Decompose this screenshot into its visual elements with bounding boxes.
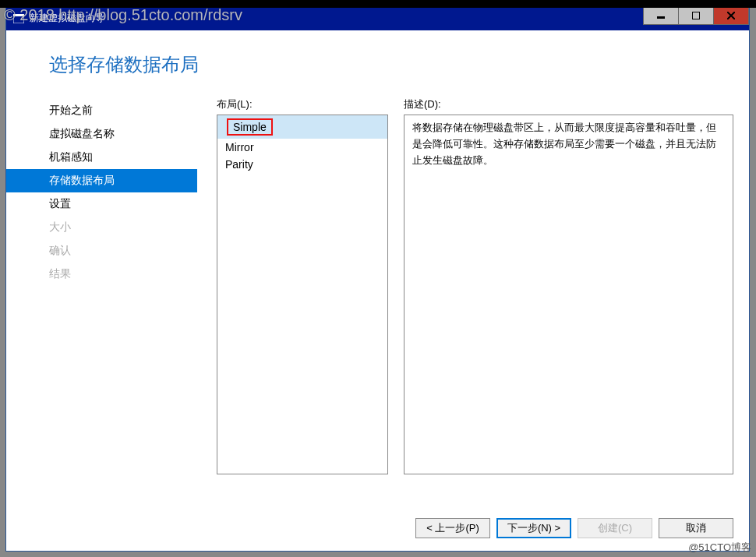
layout-column: 布局(L): Simple Mirror Parity bbox=[217, 97, 388, 507]
step-confirm: 确认 bbox=[6, 239, 197, 263]
titlebar[interactable]: 新建虚拟磁盘向导 bbox=[6, 6, 749, 30]
next-button[interactable]: 下一步(N) > bbox=[496, 518, 571, 538]
previous-button[interactable]: < 上一步(P) bbox=[415, 518, 490, 538]
close-button[interactable] bbox=[713, 6, 749, 25]
layout-option-simple[interactable]: Simple bbox=[217, 115, 387, 139]
window-icon bbox=[12, 12, 25, 25]
button-row: < 上一步(P) 下一步(N) > 创建(C) 取消 bbox=[6, 507, 749, 551]
layout-option-mirror[interactable]: Mirror bbox=[217, 139, 387, 156]
description-label: 描述(D): bbox=[404, 97, 733, 111]
wizard-steps: 开始之前 虚拟磁盘名称 机箱感知 存储数据布局 设置 大小 确认 结果 bbox=[6, 91, 197, 507]
cancel-button[interactable]: 取消 bbox=[659, 518, 733, 538]
svg-rect-1 bbox=[13, 14, 24, 16]
step-storage-layout[interactable]: 存储数据布局 bbox=[6, 169, 197, 192]
step-result: 结果 bbox=[6, 263, 197, 286]
svg-rect-2 bbox=[657, 16, 665, 19]
highlight-annotation: Simple bbox=[227, 118, 273, 136]
cropped-top-bar bbox=[0, 0, 756, 8]
step-size: 大小 bbox=[6, 216, 197, 239]
layout-listbox[interactable]: Simple Mirror Parity bbox=[217, 115, 388, 474]
layout-label: 布局(L): bbox=[217, 97, 388, 111]
page-title: 选择存储数据布局 bbox=[6, 30, 749, 91]
description-column: 描述(D): 将数据存储在物理磁盘带区上，从而最大限度提高容量和吞吐量，但是会降… bbox=[404, 97, 733, 507]
content-row: 开始之前 虚拟磁盘名称 机箱感知 存储数据布局 设置 大小 确认 结果 布局(L… bbox=[6, 91, 749, 507]
window-controls bbox=[644, 6, 749, 25]
svg-rect-3 bbox=[692, 12, 700, 19]
step-before-begin[interactable]: 开始之前 bbox=[6, 99, 197, 122]
window-title: 新建虚拟磁盘向导 bbox=[30, 12, 104, 25]
layout-option-parity[interactable]: Parity bbox=[217, 156, 387, 173]
create-button: 创建(C) bbox=[578, 518, 652, 538]
step-enclosure[interactable]: 机箱感知 bbox=[6, 146, 197, 169]
step-vdisk-name[interactable]: 虚拟磁盘名称 bbox=[6, 122, 197, 146]
main-panel: 布局(L): Simple Mirror Parity 描述(D): 将数据存储… bbox=[197, 91, 733, 507]
description-text: 将数据存储在物理磁盘带区上，从而最大限度提高容量和吞吐量，但是会降低可靠性。这种… bbox=[404, 115, 733, 474]
step-settings[interactable]: 设置 bbox=[6, 192, 197, 216]
wizard-body: 选择存储数据布局 开始之前 虚拟磁盘名称 机箱感知 存储数据布局 设置 大小 确… bbox=[6, 30, 749, 551]
wizard-window: 新建虚拟磁盘向导 选择存储数据布局 开始之前 虚拟磁盘名称 机箱感知 存储数据布… bbox=[5, 5, 750, 552]
minimize-button[interactable] bbox=[643, 6, 679, 25]
maximize-button[interactable] bbox=[678, 6, 714, 25]
